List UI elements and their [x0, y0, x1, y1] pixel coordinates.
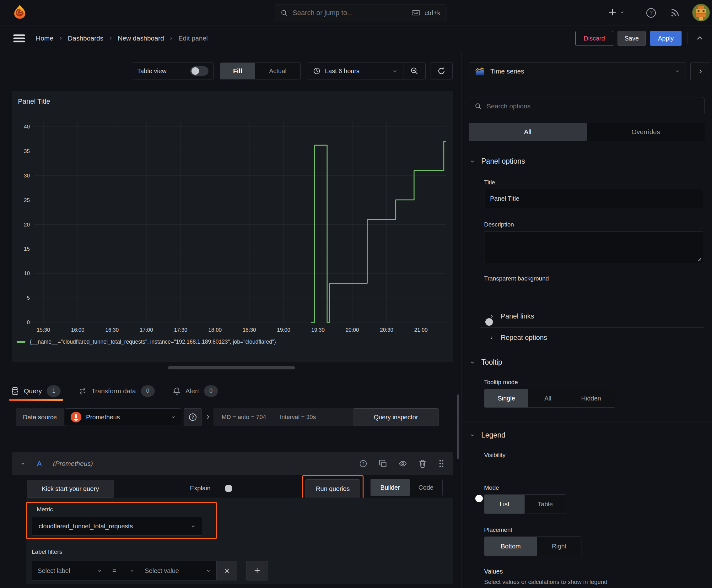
search-input[interactable] — [292, 8, 408, 17]
sidebar-divider — [480, 327, 705, 328]
legend-series-swatch[interactable] — [17, 341, 25, 343]
legend-mode-list[interactable]: List — [484, 495, 524, 513]
visualization-name: Time series — [490, 67, 670, 75]
panel-description-textarea[interactable] — [484, 231, 703, 263]
database-icon — [11, 387, 19, 395]
query-help-icon[interactable]: ? — [359, 459, 368, 468]
chevron-down-icon — [191, 524, 196, 529]
metric-select[interactable]: cloudflared_tunnel_total_requests — [32, 517, 202, 536]
duplicate-query-icon[interactable] — [379, 460, 387, 468]
table-view-toggle[interactable] — [190, 66, 209, 76]
add-menu-button[interactable] — [608, 7, 625, 17]
panel-links-label: Panel links — [501, 312, 534, 320]
tooltip-mode-all[interactable]: All — [528, 389, 567, 407]
tab-query-label: Query — [24, 387, 42, 395]
panel-links-header[interactable]: Panel links — [489, 312, 534, 320]
datasource-name: Prometheus — [86, 414, 166, 421]
panel-title-input[interactable] — [484, 189, 703, 208]
collapse-options-chevron-icon[interactable] — [205, 413, 211, 421]
options-search-input[interactable] — [486, 102, 699, 110]
prometheus-icon — [70, 412, 82, 423]
query-datasource-hint: (Prometheus) — [53, 460, 93, 467]
builder-option[interactable]: Builder — [371, 479, 410, 496]
breadcrumb-bar: Home Dashboards New dashboard Edit panel… — [0, 25, 712, 51]
title-field-label: Title — [484, 179, 495, 186]
delete-query-trash-icon[interactable] — [418, 460, 427, 468]
time-series-chart[interactable]: 051015202530354015:3016:0016:3017:0017:3… — [12, 91, 453, 362]
datasource-picker[interactable]: Prometheus — [65, 408, 181, 426]
fill-option[interactable]: Fill — [220, 63, 255, 79]
breadcrumb-home[interactable]: Home — [36, 35, 53, 42]
open-viz-picker-button[interactable] — [690, 63, 710, 80]
legend-placement-right[interactable]: Right — [537, 537, 581, 555]
tooltip-mode-single[interactable]: Single — [484, 389, 528, 407]
legend-mode-table[interactable]: Table — [524, 495, 566, 513]
help-icon[interactable]: ? — [645, 7, 657, 19]
discard-button[interactable]: Discard — [576, 31, 613, 46]
actual-option[interactable]: Actual — [255, 63, 300, 79]
tab-all-options[interactable]: All — [469, 123, 587, 141]
toggle-visibility-eye-icon[interactable] — [398, 460, 407, 468]
legend-placement-bottom[interactable]: Bottom — [484, 537, 537, 555]
tooltip-mode-hidden[interactable]: Hidden — [567, 389, 615, 407]
clock-icon — [313, 67, 321, 75]
legend-series-label[interactable]: {__name__="cloudflared_tunnel_total_requ… — [30, 339, 276, 345]
tab-alert[interactable]: Alert 0 — [173, 381, 218, 401]
svg-text:15: 15 — [24, 246, 30, 252]
kick-start-query-button[interactable]: Kick start your query — [27, 480, 114, 498]
datasource-help-button[interactable]: ? — [184, 408, 202, 426]
table-view-toggle-group[interactable]: Table view — [132, 63, 214, 80]
breadcrumb-dashboards[interactable]: Dashboards — [68, 35, 103, 42]
legend-section-header[interactable]: Legend — [470, 431, 505, 439]
svg-text:40: 40 — [24, 124, 30, 130]
collapse-pane-chevron-up-icon[interactable] — [695, 34, 705, 42]
global-search-box[interactable]: ctrl+k — [275, 4, 447, 21]
add-filter-button[interactable] — [246, 561, 268, 581]
save-button[interactable]: Save — [618, 31, 646, 46]
time-range-label: Last 6 hours — [325, 67, 388, 75]
panel-options-header[interactable]: Panel options — [470, 157, 525, 166]
apply-button[interactable]: Apply — [650, 31, 682, 46]
user-avatar[interactable] — [692, 3, 710, 22]
panel-resize-handle[interactable] — [168, 366, 295, 370]
zoom-out-button[interactable] — [404, 63, 425, 79]
resize-handle-icon[interactable] — [697, 257, 702, 261]
visualization-picker[interactable]: Time series — [469, 63, 686, 80]
svg-text:17:30: 17:30 — [174, 327, 188, 333]
query-row-header[interactable]: A (Prometheus) ? — [12, 452, 453, 475]
main-scrollbar[interactable] — [457, 395, 459, 459]
svg-text:35: 35 — [24, 148, 30, 154]
chart-legend[interactable]: {__name__="cloudflared_tunnel_total_requ… — [17, 339, 276, 345]
drag-handle-grip-icon[interactable] — [438, 459, 445, 468]
refresh-button[interactable] — [430, 63, 453, 80]
chevron-down-icon — [675, 69, 680, 74]
label-filter-value-select[interactable]: Select value — [139, 561, 217, 581]
run-queries-button[interactable]: Run queries — [305, 479, 360, 498]
label-filter-operator-select[interactable]: = — [108, 561, 139, 581]
metric-highlight: Metric cloudflared_tunnel_total_requests — [26, 502, 217, 539]
tab-overrides[interactable]: Overrides — [587, 123, 705, 141]
news-rss-icon[interactable] — [670, 8, 680, 18]
code-option[interactable]: Code — [410, 479, 442, 496]
options-search-box[interactable] — [469, 97, 705, 115]
tab-query[interactable]: Query 1 — [11, 381, 61, 401]
chevron-down-icon[interactable] — [20, 461, 26, 466]
label-filter-key-select[interactable]: Select label — [32, 561, 108, 581]
time-range-picker[interactable]: Last 6 hours — [307, 63, 403, 79]
breadcrumb-new-dashboard[interactable]: New dashboard — [118, 35, 164, 42]
menu-hamburger-icon[interactable] — [13, 34, 25, 43]
svg-text:?: ? — [362, 461, 364, 466]
chevron-right-icon — [489, 335, 494, 340]
tooltip-section-header[interactable]: Tooltip — [470, 358, 502, 366]
svg-text:19:30: 19:30 — [311, 327, 325, 333]
metric-label: Metric — [37, 506, 53, 513]
repeat-options-header[interactable]: Repeat options — [489, 334, 547, 342]
grafana-logo[interactable] — [12, 4, 28, 21]
operator-value: = — [112, 567, 116, 574]
query-ref-id[interactable]: A — [37, 460, 42, 468]
query-inspector-button[interactable]: Query inspector — [353, 408, 439, 426]
tab-transform-data[interactable]: Transform data 0 — [79, 381, 155, 401]
tab-transform-count: 0 — [141, 385, 155, 397]
remove-filter-button[interactable] — [217, 561, 237, 581]
editor-tabs-bar: Query 1 Transform data 0 Alert 0 — [0, 381, 461, 401]
